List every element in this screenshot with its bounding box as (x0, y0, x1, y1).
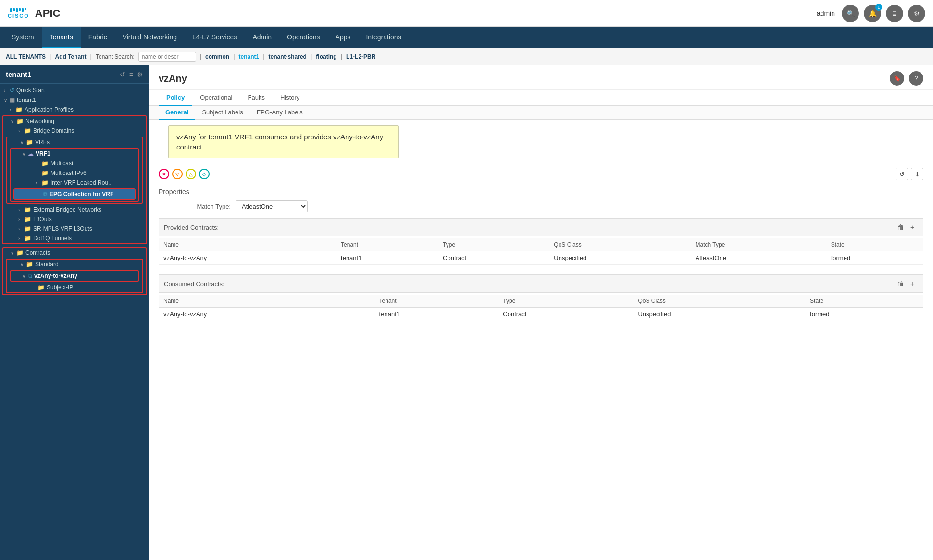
refresh-btn[interactable]: ↺ (896, 168, 908, 180)
tab-policy[interactable]: Policy (159, 90, 192, 106)
tenant-common[interactable]: common (205, 53, 229, 60)
nav-fabric[interactable]: Fabric (81, 27, 115, 48)
consumed-contracts-section: Consumed Contracts: 🗑 + Name Tenant Type… (159, 274, 923, 321)
download-btn[interactable]: ⬇ (911, 168, 923, 180)
sidebar-item-app-profiles[interactable]: › 📁 Application Profiles (0, 105, 149, 114)
sub-tab-subject-labels[interactable]: Subject Labels (195, 106, 249, 120)
sidebar-item-tenant1[interactable]: ∨ ▦ tenant1 (0, 95, 149, 105)
settings-btn[interactable]: ⚙ (908, 5, 925, 22)
node-icon: ↺ (10, 87, 14, 94)
nav-admin[interactable]: Admin (245, 27, 279, 48)
list-icon[interactable]: ≡ (129, 71, 133, 78)
properties-area: vzAny for tenant1 VRF1 consumes and prov… (149, 120, 933, 560)
tenant-tenant1[interactable]: tenant1 (239, 53, 260, 60)
page-title: vzAny (159, 73, 187, 84)
folder-icon: 📁 (24, 225, 31, 232)
folder-icon: 📁 (24, 127, 31, 134)
add-provided-btn[interactable]: + (907, 222, 918, 233)
sidebar-item-networking[interactable]: ∨ 📁 Networking (3, 116, 146, 126)
content-area: vzAny 🔖 ? Policy Operational Faults Hist… (149, 65, 933, 560)
nav-operations[interactable]: Operations (279, 27, 327, 48)
node-label: tenant1 (17, 97, 36, 103)
sidebar-item-inter-vrf[interactable]: › 📁 Inter-VRF Leaked Rou... (11, 178, 138, 187)
consumed-contracts-header: Consumed Contracts: 🗑 + (159, 274, 923, 293)
folder-icon: 📁 (24, 216, 31, 223)
delete-consumed-btn[interactable]: 🗑 (895, 278, 907, 289)
nav-apps[interactable]: Apps (328, 27, 359, 48)
sidebar-item-multicast[interactable]: 📁 Multicast (11, 159, 138, 168)
tenant-shared[interactable]: tenant-shared (269, 53, 307, 60)
cell-name: vzAny-to-vzAny (159, 251, 336, 265)
sub-tab-general[interactable]: General (159, 106, 195, 120)
sub-tab-epg-any-labels[interactable]: EPG-Any Labels (250, 106, 310, 120)
provided-contract-row[interactable]: vzAny-to-vzAny tenant1 Contract Unspecif… (159, 251, 923, 265)
tenant-floating[interactable]: floating (316, 53, 336, 60)
nav-virtual-networking[interactable]: Virtual Networking (115, 27, 185, 48)
add-tenant-btn[interactable]: Add Tenant (55, 53, 87, 60)
search-icon-btn[interactable]: 🔍 (842, 5, 859, 22)
properties-section-title: Properties (159, 188, 923, 196)
sidebar-item-bridge-domains[interactable]: › 📁 Bridge Domains (3, 126, 146, 136)
folder-icon: 📁 (24, 206, 31, 213)
folder-icon: 📁 (15, 106, 23, 113)
sidebar-item-multicast-ipv6[interactable]: 📁 Multicast IPv6 (11, 168, 138, 178)
status-toolbar: ✕ ▽ △ ◇ ↺ ⬇ (159, 164, 923, 184)
node-label: Multicast (50, 160, 73, 167)
nav-tenants[interactable]: Tenants (42, 27, 81, 48)
sidebar-item-quick-start[interactable]: › ↺ Quick Start (0, 86, 149, 95)
tenant-l1l2pbr[interactable]: L1-L2-PBR (346, 53, 375, 60)
sidebar-item-subject-ip[interactable]: 📁 Subject-IP (7, 283, 142, 292)
app-title: APIC (35, 7, 61, 20)
header-actions: admin 🔍 🔔 1 🖥 ⚙ (817, 5, 925, 22)
sidebar-item-epg-collection[interactable]: ⧉ EPG Collection for VRF (14, 189, 135, 199)
nav-integrations[interactable]: Integrations (358, 27, 409, 48)
col-type: Type (498, 295, 633, 308)
folder-icon: 📁 (26, 139, 33, 146)
match-type-select[interactable]: AtleastOne (236, 200, 308, 212)
sidebar-item-standard[interactable]: ∨ 📁 Standard (7, 260, 142, 269)
col-state: State (826, 238, 923, 251)
tab-history[interactable]: History (273, 90, 307, 106)
sidebar-item-ext-bridged[interactable]: › 📁 External Bridged Networks (3, 205, 146, 214)
epg-icon: ⧉ (43, 191, 48, 198)
arrow-icon: › (18, 236, 24, 241)
folder-icon: 📁 (41, 170, 49, 176)
consumed-contracts-table: Name Tenant Type QoS Class State vzAny-t… (159, 295, 923, 321)
tenant-search-input[interactable] (138, 52, 196, 62)
arrow-icon: ∨ (11, 119, 16, 124)
display-btn[interactable]: 🖥 (886, 5, 903, 22)
folder-icon: 📁 (16, 118, 24, 124)
settings-icon[interactable]: ⚙ (137, 71, 143, 78)
match-type-label: Match Type: (159, 203, 236, 210)
notifications-btn[interactable]: 🔔 1 (864, 5, 881, 22)
sidebar: tenant1 ↺ ≡ ⚙ › ↺ Quick Start ∨ ▦ tenant… (0, 65, 149, 560)
nav-l4l7[interactable]: L4-L7 Services (185, 27, 245, 48)
tab-operational[interactable]: Operational (192, 90, 240, 106)
folder-icon: 📁 (37, 284, 45, 291)
user-label: admin (817, 10, 835, 17)
sidebar-item-contracts[interactable]: ∨ 📁 Contracts (3, 248, 146, 258)
sidebar-header: tenant1 ↺ ≡ ⚙ (0, 65, 149, 84)
tab-faults[interactable]: Faults (240, 90, 273, 106)
node-label: vzAny-to-vzAny (34, 273, 77, 279)
nav-system[interactable]: System (4, 27, 42, 48)
page-header: vzAny 🔖 ? (149, 65, 933, 90)
status-icon-teal: ◇ (199, 169, 210, 179)
consumed-contract-row[interactable]: vzAny-to-vzAny tenant1 Contract Unspecif… (159, 308, 923, 321)
cell-type: Contract (438, 251, 549, 265)
delete-provided-btn[interactable]: 🗑 (895, 222, 907, 233)
sidebar-item-sr-mpls[interactable]: › 📁 SR-MPLS VRF L3Outs (3, 224, 146, 234)
sidebar-item-vzany-to-vzany[interactable]: ∨ ⧉ vzAny-to-vzAny (11, 271, 138, 281)
sidebar-item-vrf1[interactable]: ∨ ☁ VRF1 (11, 149, 138, 159)
bookmark-icon-btn[interactable]: 🔖 (890, 71, 904, 86)
help-icon-btn[interactable]: ? (909, 71, 923, 86)
sidebar-item-vrfs[interactable]: ∨ 📁 VRFs (7, 137, 142, 147)
cell-qos: Unspecified (633, 308, 805, 321)
add-consumed-btn[interactable]: + (907, 278, 918, 289)
refresh-icon[interactable]: ↺ (120, 71, 125, 78)
col-state: State (805, 295, 923, 308)
sidebar-item-l3outs[interactable]: › 📁 L3Outs (3, 214, 146, 224)
sidebar-item-dot1q[interactable]: › 📁 Dot1Q Tunnels (3, 234, 146, 243)
all-tenants-link[interactable]: ALL TENANTS (6, 53, 46, 60)
arrow-icon: ∨ (20, 262, 26, 267)
